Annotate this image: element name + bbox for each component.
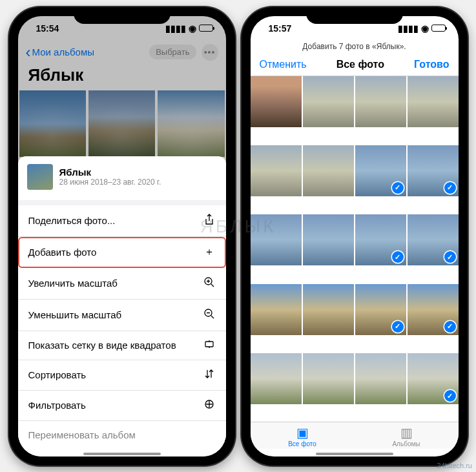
picker-nav: Отменить Все фото Готово bbox=[251, 55, 459, 76]
sheet-item-add-photo[interactable]: Добавить фото ＋ bbox=[18, 237, 226, 268]
picker-photo[interactable] bbox=[408, 76, 459, 127]
picker-photo[interactable] bbox=[251, 214, 302, 265]
picker-photo[interactable] bbox=[251, 145, 302, 196]
tab-label: Альбомы bbox=[392, 440, 420, 447]
tab-albums[interactable]: ▥ Альбомы bbox=[355, 422, 459, 449]
sheet-item-zoom-out[interactable]: Уменьшить масштаб bbox=[18, 300, 226, 331]
sheet-item-filter[interactable]: Фильтровать bbox=[18, 391, 226, 421]
sort-icon bbox=[203, 369, 216, 382]
plus-icon: ＋ bbox=[203, 245, 216, 259]
home-indicator[interactable] bbox=[83, 453, 161, 455]
notch bbox=[306, 7, 403, 24]
signal-icon: ▮▮▮▮ bbox=[398, 23, 419, 34]
sheet-item-label: Уменьшить масштаб bbox=[28, 309, 122, 320]
sheet-item-aspect[interactable]: Показать сетку в виде квадратов bbox=[18, 331, 226, 360]
zoom-out-icon bbox=[203, 308, 216, 322]
sheet-item-label: Переименовать альбом bbox=[28, 429, 136, 440]
cancel-button[interactable]: Отменить bbox=[260, 59, 307, 70]
picker-photo[interactable] bbox=[303, 284, 354, 335]
check-icon: ✓ bbox=[444, 182, 456, 194]
tab-bar: ▣ Все фото ▥ Альбомы bbox=[251, 422, 459, 449]
albums-icon: ▥ bbox=[400, 426, 413, 439]
picker-photo[interactable]: ✓ bbox=[355, 284, 406, 335]
sheet-item-label: Поделиться фото... bbox=[28, 215, 116, 226]
picker-photo[interactable]: ✓ bbox=[355, 214, 406, 265]
aspect-icon bbox=[203, 340, 216, 351]
check-icon: ✓ bbox=[444, 390, 456, 402]
zoom-in-icon bbox=[203, 276, 216, 291]
picker-title: Все фото bbox=[336, 59, 384, 70]
picker-photo[interactable]: ✓ bbox=[355, 145, 406, 196]
phone-right: 15:57 ▮▮▮▮ ◉ Добавить 7 фото в «Яблык». … bbox=[242, 7, 468, 466]
check-icon: ✓ bbox=[392, 251, 404, 263]
picker-photo[interactable] bbox=[355, 76, 406, 127]
picker-grid: ✓ ✓ ✓ ✓ ✓ ✓ ✓ bbox=[251, 76, 459, 422]
picker-photo[interactable] bbox=[303, 353, 354, 404]
notch bbox=[74, 7, 171, 24]
check-icon: ✓ bbox=[392, 182, 404, 194]
screen-left: 15:54 ▮▮▮▮ ◉ Мои альбомы Выбрать ••• Ябл… bbox=[18, 16, 226, 457]
sheet-item-share[interactable]: Поделиться фото... bbox=[18, 205, 226, 237]
status-icons: ▮▮▮▮ ◉ bbox=[398, 23, 446, 34]
picker-photo[interactable] bbox=[303, 76, 354, 127]
tab-all-photos[interactable]: ▣ Все фото bbox=[251, 422, 355, 449]
picker-photo[interactable]: ✓ bbox=[408, 145, 459, 196]
phone-left: 15:54 ▮▮▮▮ ◉ Мои альбомы Выбрать ••• Ябл… bbox=[9, 7, 235, 466]
sheet-title: Яблык bbox=[59, 167, 161, 178]
sheet-list: Поделиться фото... Добавить фото ＋ Увели… bbox=[18, 205, 226, 449]
picker-photo[interactable] bbox=[251, 284, 302, 335]
check-icon: ✓ bbox=[444, 321, 456, 333]
check-icon: ✓ bbox=[392, 321, 404, 333]
action-sheet-scrim[interactable]: Яблык 28 июня 2018–23 авг. 2020 г. Подел… bbox=[18, 16, 226, 457]
sheet-item-label: Показать сетку в виде квадратов bbox=[28, 340, 176, 351]
sheet-item-zoom-in[interactable]: Увеличить масштаб bbox=[18, 268, 226, 300]
screen-right: 15:57 ▮▮▮▮ ◉ Добавить 7 фото в «Яблык». … bbox=[251, 16, 459, 457]
photos-icon: ▣ bbox=[296, 426, 309, 439]
action-sheet: Яблык 28 июня 2018–23 авг. 2020 г. Подел… bbox=[18, 156, 226, 457]
picker-photo[interactable]: ✓ bbox=[408, 214, 459, 265]
share-icon bbox=[203, 214, 216, 228]
status-time: 15:57 bbox=[269, 23, 292, 34]
picker-photo[interactable] bbox=[355, 353, 406, 404]
sheet-item-label: Увеличить масштаб bbox=[28, 278, 118, 289]
picker-photo[interactable] bbox=[251, 353, 302, 404]
sheet-header: Яблык 28 июня 2018–23 авг. 2020 г. bbox=[18, 156, 226, 200]
sheet-item-label: Добавить фото bbox=[28, 247, 97, 258]
check-icon: ✓ bbox=[444, 251, 456, 263]
picker-photo[interactable] bbox=[251, 76, 302, 127]
filter-icon bbox=[203, 399, 216, 412]
done-button[interactable]: Готово bbox=[414, 59, 449, 70]
home-indicator[interactable] bbox=[316, 453, 393, 455]
sheet-item-sort[interactable]: Сортировать bbox=[18, 360, 226, 391]
watermark-corner: 24hitech.ru bbox=[437, 462, 472, 469]
battery-icon bbox=[431, 25, 446, 32]
picker-photo[interactable] bbox=[303, 145, 354, 196]
picker-header-note: Добавить 7 фото в «Яблык». bbox=[251, 41, 459, 55]
picker-photo[interactable]: ✓ bbox=[408, 353, 459, 404]
picker-photo[interactable]: ✓ bbox=[408, 284, 459, 335]
tab-label: Все фото bbox=[288, 440, 316, 447]
sheet-item-label: Сортировать bbox=[28, 369, 87, 380]
svg-rect-2 bbox=[205, 342, 213, 347]
sheet-thumbnail bbox=[27, 164, 53, 190]
sheet-divider bbox=[18, 200, 226, 205]
sheet-item-label: Фильтровать bbox=[28, 400, 86, 411]
picker-photo[interactable] bbox=[303, 214, 354, 265]
sheet-subtitle: 28 июня 2018–23 авг. 2020 г. bbox=[59, 178, 161, 187]
sheet-item-rename[interactable]: Переименовать альбом bbox=[18, 421, 226, 449]
wifi-icon: ◉ bbox=[421, 23, 429, 34]
